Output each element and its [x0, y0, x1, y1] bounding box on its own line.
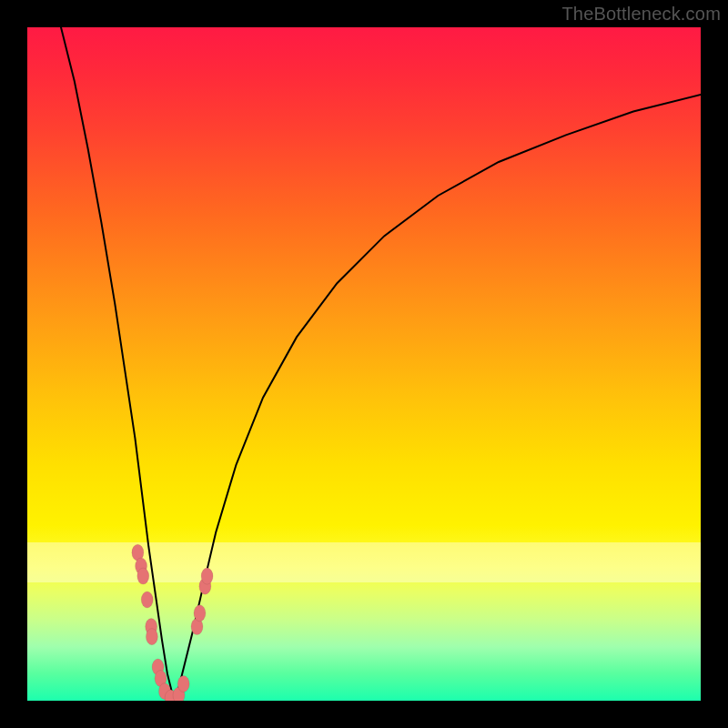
valley-marker — [201, 568, 213, 584]
valley-marker — [137, 568, 149, 584]
chart-frame: TheBottleneck.com — [0, 0, 728, 728]
valley-marker — [146, 629, 157, 645]
left-branch-curve — [61, 27, 176, 701]
right-branch-curve — [176, 95, 701, 701]
valley-marker — [194, 605, 206, 622]
watermark-text: TheBottleneck.com — [561, 4, 721, 25]
valley-marker — [141, 592, 153, 608]
plot-area — [27, 27, 701, 701]
curves-layer — [27, 27, 701, 701]
valley-markers-group — [132, 544, 213, 701]
valley-marker — [177, 676, 189, 693]
